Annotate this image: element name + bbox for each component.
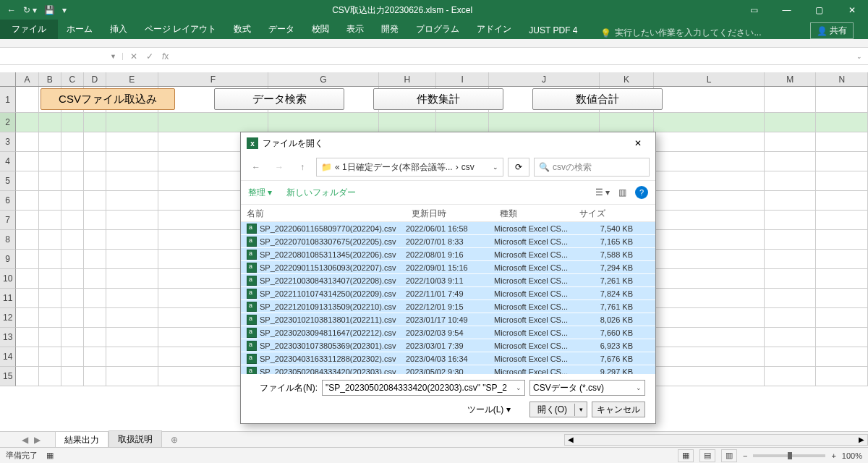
cell[interactable]	[816, 171, 868, 191]
cell[interactable]	[106, 250, 158, 269]
cell[interactable]	[816, 328, 868, 347]
row-header[interactable]: 9	[0, 250, 16, 269]
cell[interactable]	[84, 230, 106, 250]
view-page-break-button[interactable]: ▥	[721, 449, 737, 462]
tab-formulas[interactable]: 数式	[225, 20, 260, 39]
cell[interactable]	[158, 113, 269, 132]
cell[interactable]	[816, 230, 868, 250]
cell[interactable]	[39, 211, 61, 230]
cell[interactable]	[61, 328, 84, 347]
cell[interactable]	[39, 171, 61, 191]
cell[interactable]	[654, 230, 765, 250]
cancel-button[interactable]: キャンセル	[592, 402, 645, 417]
file-row[interactable]: SP_20230102103813801(202211).csv2023/01/…	[241, 313, 655, 326]
file-row[interactable]: SP_20220901151306093(202207).csv2022/09/…	[241, 261, 655, 274]
sheet-nav-next-icon[interactable]: ▶	[34, 435, 41, 445]
col-date[interactable]: 更新日時	[406, 205, 494, 221]
cell[interactable]	[654, 328, 765, 347]
cell[interactable]	[654, 171, 765, 191]
cell[interactable]	[39, 289, 61, 308]
cell[interactable]	[84, 308, 106, 328]
open-button[interactable]: 開く(O) ▾	[529, 402, 587, 417]
cell[interactable]	[16, 211, 38, 230]
tab-review[interactable]: 校閲	[303, 20, 338, 39]
col-header[interactable]: D	[84, 72, 106, 86]
cell[interactable]	[84, 367, 106, 386]
tab-view[interactable]: 表示	[338, 20, 373, 39]
file-row[interactable]: SP_20220701083307675(202205).csv2022/07/…	[241, 235, 655, 248]
row-header[interactable]: 7	[0, 211, 16, 230]
file-row[interactable]: SP_20230301073805369(202301).csv2023/03/…	[241, 339, 655, 352]
cell[interactable]	[765, 367, 817, 386]
cell[interactable]	[765, 269, 817, 289]
cell[interactable]	[816, 269, 868, 289]
file-row[interactable]: SP_20220801085311345(202206).csv2022/08/…	[241, 248, 655, 261]
row-header[interactable]: 10	[0, 269, 16, 289]
cell[interactable]	[39, 113, 61, 132]
save-icon[interactable]: 💾	[44, 5, 55, 15]
tell-me-search[interactable]: 💡 実行したい作業を入力してください...	[600, 27, 761, 39]
preview-pane-button[interactable]: ▥	[618, 187, 626, 197]
cell[interactable]	[61, 191, 84, 211]
cell[interactable]	[816, 132, 868, 152]
tab-developer[interactable]: 開発	[373, 20, 407, 39]
row-header[interactable]: 14	[0, 347, 16, 367]
cell[interactable]	[61, 289, 84, 308]
cell[interactable]	[106, 113, 158, 132]
cell[interactable]	[816, 87, 868, 113]
file-row[interactable]: SP_20221201091313509(202210).csv2022/12/…	[241, 300, 655, 313]
cell[interactable]	[654, 289, 765, 308]
cell[interactable]	[765, 230, 817, 250]
zoom-out-button[interactable]: −	[743, 451, 747, 460]
cell[interactable]	[16, 113, 38, 132]
tab-file[interactable]: ファイル	[0, 20, 58, 39]
col-name[interactable]: 名前	[241, 205, 406, 221]
cell[interactable]	[816, 113, 868, 132]
cell[interactable]	[16, 152, 38, 171]
file-row[interactable]: SP_20230403163311288(202302).csv2023/04/…	[241, 352, 655, 365]
horizontal-scrollbar[interactable]: ◀▶	[564, 434, 868, 446]
cell[interactable]	[84, 152, 106, 171]
tab-just-pdf[interactable]: JUST PDF 4	[520, 22, 586, 39]
cell[interactable]	[61, 367, 84, 386]
view-options-button[interactable]: ☰ ▾	[595, 187, 610, 197]
file-row[interactable]: SP_20230502084333420(202303).csv2023/05/…	[241, 365, 655, 374]
cell[interactable]	[16, 132, 38, 152]
row-header[interactable]: 1	[0, 87, 16, 113]
cell[interactable]	[39, 347, 61, 367]
csv-import-button[interactable]: CSVファイル取込み	[41, 88, 175, 110]
cell[interactable]	[765, 132, 817, 152]
cell[interactable]	[61, 171, 84, 191]
cell[interactable]	[84, 132, 106, 152]
file-row[interactable]: SP_20220601165809770(202204).csv2022/06/…	[241, 222, 655, 235]
cell[interactable]	[39, 132, 61, 152]
cell[interactable]	[816, 250, 868, 269]
cell[interactable]	[106, 367, 158, 386]
cell[interactable]	[600, 113, 655, 132]
row-header[interactable]: 6	[0, 191, 16, 211]
col-header[interactable]: K	[600, 72, 655, 86]
cell[interactable]	[84, 269, 106, 289]
col-type[interactable]: 種類	[494, 205, 574, 221]
tab-program[interactable]: プログラム	[407, 20, 468, 39]
dialog-close-button[interactable]: ✕	[626, 135, 650, 152]
cell[interactable]	[84, 171, 106, 191]
cell[interactable]	[39, 191, 61, 211]
cell[interactable]	[765, 152, 817, 171]
cell[interactable]	[16, 367, 38, 386]
col-header[interactable]: L	[654, 72, 765, 86]
view-normal-button[interactable]: ▦	[678, 449, 694, 462]
tab-home[interactable]: ホーム	[58, 20, 101, 39]
tab-page-layout[interactable]: ページ レイアウト	[136, 20, 225, 39]
cell[interactable]	[106, 328, 158, 347]
cell[interactable]	[61, 250, 84, 269]
cell[interactable]	[84, 289, 106, 308]
cell[interactable]	[106, 230, 158, 250]
col-header[interactable]: A	[16, 72, 38, 86]
cell[interactable]	[16, 87, 38, 113]
macro-record-icon[interactable]: ▦	[46, 451, 54, 460]
row-header[interactable]: 8	[0, 230, 16, 250]
redo-icon[interactable]: ↻ ▾	[23, 5, 37, 15]
col-header[interactable]: E	[106, 72, 158, 86]
chevron-down-icon[interactable]: ▾	[575, 406, 587, 413]
